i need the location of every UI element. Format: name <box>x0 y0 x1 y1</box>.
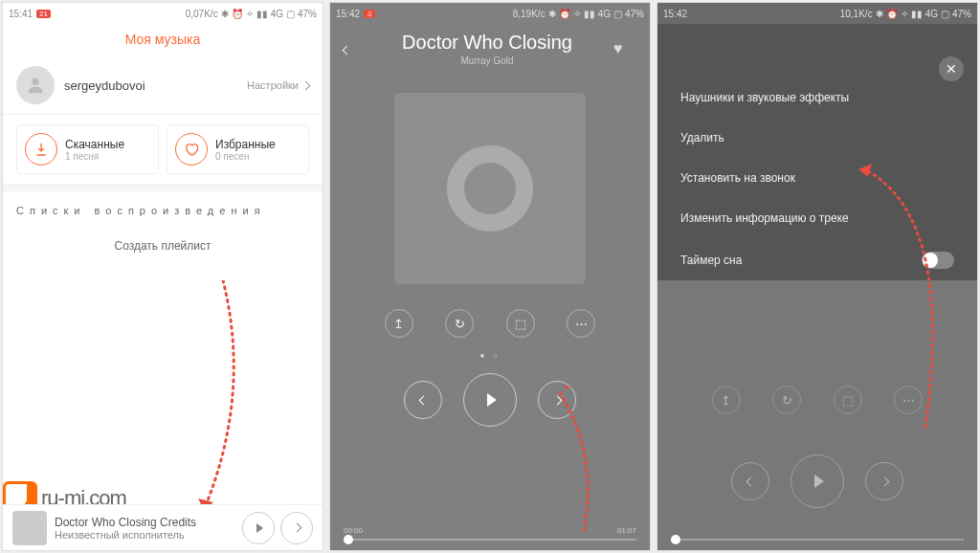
menu-delete[interactable]: Удалить <box>680 118 954 158</box>
favorites-button[interactable]: Избранные0 песен <box>167 124 309 174</box>
music-badge: ♫ <box>364 10 375 18</box>
annotation-arrow <box>858 164 964 431</box>
username: sergeydubovoi <box>64 78 247 93</box>
download-icon <box>25 133 57 166</box>
svg-point-0 <box>32 78 38 85</box>
prev-button[interactable] <box>404 381 442 419</box>
status-batt: 47% <box>625 9 644 19</box>
alarm-icon: ⏰ <box>232 9 243 19</box>
menu-headphones-effects[interactable]: Наушники и звуковые эффекты <box>680 77 954 118</box>
signal-icon: ▮▮ <box>256 9 268 19</box>
create-playlist-button[interactable]: Создать плейлист <box>3 230 323 262</box>
player-header: Doctor Who Closing Murray Gold ♥ <box>330 24 650 74</box>
status-net: 0,07K/c <box>186 9 218 19</box>
avatar <box>16 66 55 104</box>
bluetooth-icon: ✱ <box>221 9 229 19</box>
signal-icon: ▮▮ <box>584 9 595 19</box>
phone-3-menu: 15:42 10,1K/c✱⏰✧▮▮4G▢47% ✕ Наушники и зв… <box>657 2 978 551</box>
status-time: 15:42 <box>336 9 360 19</box>
track-title: Doctor Who Closing Credits <box>55 516 236 529</box>
status-bar: 15:4121 0,07K/c✱⏰✧▮▮4G▢47% <box>3 3 323 24</box>
battery-icon: ▢ <box>613 9 622 19</box>
battery-icon: ▢ <box>941 9 949 19</box>
progress-bar <box>671 539 964 541</box>
progress-knob[interactable] <box>344 535 353 544</box>
back-button[interactable] <box>344 40 361 57</box>
track-artist: Неизвестный исполнитель <box>55 529 236 541</box>
signal-icon: ▮▮ <box>911 9 923 19</box>
miniplayer-play-button[interactable] <box>242 512 275 544</box>
action-row: ↥ ↻ ⬚ ⋯ <box>330 284 650 345</box>
track-thumbnail <box>12 511 47 545</box>
svg-marker-2 <box>858 164 872 177</box>
bluetooth-icon: ✱ <box>548 9 556 19</box>
close-button[interactable]: ✕ <box>939 56 964 81</box>
status-4g: 4G <box>598 9 611 19</box>
queue-button[interactable]: ⬚ <box>506 309 535 338</box>
play-button[interactable] <box>463 373 517 427</box>
chevron-right-icon <box>301 80 311 90</box>
share-button[interactable]: ↥ <box>385 309 413 338</box>
page-title: Моя музыка <box>3 24 323 56</box>
status-batt: 47% <box>952 9 971 19</box>
track-title: Doctor Who Closing <box>361 32 613 54</box>
phone-2-player: 15:42♫ 8,19K/c✱⏰✧▮▮4G▢47% Doctor Who Clo… <box>329 2 651 551</box>
play-button <box>791 454 844 508</box>
annotation-arrow <box>175 280 271 520</box>
status-net: 8,19K/c <box>513 9 546 19</box>
category-row: Скачанные1 песня Избранные0 песен <box>3 115 323 191</box>
annotation-arrow <box>531 386 627 539</box>
status-4g: 4G <box>925 9 938 19</box>
mini-player[interactable]: Doctor Who Closing CreditsНеизвестный ис… <box>3 504 323 550</box>
favorite-button[interactable]: ♥ <box>613 40 636 57</box>
page-indicator: ● ○ <box>330 345 650 365</box>
settings-link[interactable]: Настройки <box>247 79 309 91</box>
notif-badge: 21 <box>36 10 51 18</box>
prev-button <box>731 462 769 500</box>
vibrate-icon: ✧ <box>573 9 581 19</box>
user-row[interactable]: sergeydubovoi Настройки <box>3 56 323 115</box>
album-art <box>394 93 586 284</box>
status-net: 10,1K/c <box>840 9 873 19</box>
downloaded-button[interactable]: Скачанные1 песня <box>16 124 159 174</box>
next-button <box>865 462 903 500</box>
repeat-button[interactable]: ↻ <box>445 309 474 338</box>
phone-1-my-music: 15:4121 0,07K/c✱⏰✧▮▮4G▢47% Моя музыка se… <box>2 2 323 551</box>
alarm-icon: ⏰ <box>886 9 898 19</box>
battery-icon: ▢ <box>286 9 295 19</box>
vibrate-icon: ✧ <box>901 9 908 19</box>
disc-icon <box>447 145 533 232</box>
status-4g: 4G <box>271 9 283 19</box>
progress-bar[interactable] <box>344 539 636 541</box>
bluetooth-icon: ✱ <box>876 9 883 19</box>
status-time: 15:41 <box>9 9 33 19</box>
status-bar: 15:42 10,1K/c✱⏰✧▮▮4G▢47% <box>657 3 977 24</box>
playlists-header: Списки воспроизведения <box>3 191 323 230</box>
track-artist: Murray Gold <box>361 55 613 66</box>
status-bar: 15:42♫ 8,19K/c✱⏰✧▮▮4G▢47% <box>330 3 650 24</box>
repeat-button: ↻ <box>772 386 801 414</box>
status-time: 15:42 <box>663 9 687 19</box>
miniplayer-next-button[interactable] <box>280 512 313 544</box>
heart-icon <box>175 133 208 166</box>
share-button: ↥ <box>712 386 741 414</box>
more-button[interactable]: ⋯ <box>567 309 595 338</box>
vibrate-icon: ✧ <box>246 9 254 19</box>
alarm-icon: ⏰ <box>559 9 570 19</box>
status-batt: 47% <box>298 9 317 19</box>
